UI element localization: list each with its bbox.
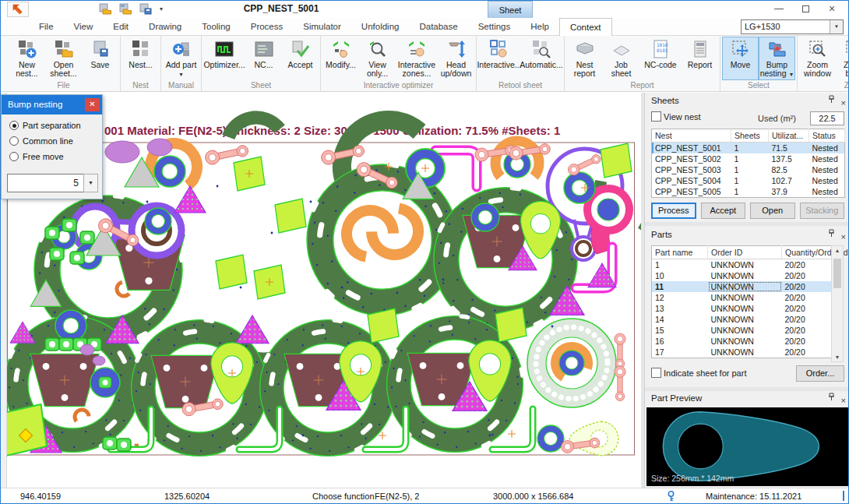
accept-button[interactable]: Accept [282,37,319,80]
report-button[interactable]: Report [682,37,718,80]
part-row[interactable]: 1UNKNOWN20/20 [652,259,833,271]
col-utilization[interactable]: Utilizat... [769,129,809,143]
view-nest-checkbox[interactable] [651,111,661,122]
col-quantity[interactable]: Quantity/Ordered [782,246,833,259]
tab-unfolding[interactable]: Unfolding [351,18,410,35]
sheets-table[interactable]: Nest Sheets Utilizat... Status CPP_NEST_… [651,129,845,198]
sheet-row[interactable]: CPP_NEST_5001171.5Nested [652,143,845,154]
col-status[interactable]: Status [809,129,845,143]
maximize-button[interactable] [792,1,819,18]
nc-code-button[interactable]: 10100101 NC-code [639,37,682,80]
open-nest-icon[interactable] [99,3,111,15]
head-updown-button[interactable]: Head up/down [438,37,474,80]
bump-nesting-button[interactable]: Bump nesting ▼ [759,37,795,80]
tab-database[interactable]: Database [409,18,467,35]
process-button[interactable]: Process [651,203,696,219]
part-row[interactable]: 14UNKNOWN20/20 [652,314,833,325]
tab-edit[interactable]: Edit [103,18,139,35]
col-order-id[interactable]: Order ID [708,246,782,259]
tab-view[interactable]: View [64,18,104,35]
retool-interactive-button[interactable]: Interactive... [478,37,520,80]
close-panel-icon[interactable]: × [841,393,846,408]
material-combo-arrow-icon[interactable]: ▼ [830,20,843,33]
parts-table[interactable]: Part name Order ID Quantity/Ordered 1UNK… [651,245,833,358]
sheet-row[interactable]: CPP_NEST_50041102.7Nested [652,175,845,186]
add-part-button[interactable]: Add part▼ [163,37,199,80]
sheet-row[interactable]: CPP_NEST_50021137.5Nested [652,153,845,164]
radio-part-separation[interactable] [9,121,19,130]
view-only-button[interactable]: View only... [359,37,396,80]
scroll-up-icon[interactable]: ▲ [832,248,843,253]
tab-drawing[interactable]: Drawing [139,18,192,35]
horizontal-splitter[interactable] [645,222,849,226]
radio-common-line[interactable] [9,136,19,146]
accept-sheets-button[interactable]: Accept [701,203,746,219]
indicate-sheet-checkbox[interactable] [651,368,661,378]
retool-automatic-button[interactable]: Automatic... [520,37,562,80]
tab-settings[interactable]: Settings [468,18,521,35]
modify-button[interactable]: Modify... [322,37,359,80]
tab-file[interactable]: File [29,18,64,35]
tab-tooling[interactable]: Tooling [192,18,240,35]
interactive-zones-button[interactable]: Interactive zones... [396,37,438,80]
app-logo-button[interactable] [7,2,29,17]
bump-step-input[interactable]: 5 [7,174,84,192]
tab-help[interactable]: Help [520,18,559,35]
option-common-line[interactable]: Common line [9,136,102,146]
order-button[interactable]: Order... [796,365,844,382]
part-row[interactable]: 16UNKNOWN20/20 [652,336,833,347]
option-free-move[interactable]: Free move [9,152,102,161]
part-preview-canvas[interactable]: Size: 256mm * 142mm [646,407,849,486]
close-button[interactable]: × [819,1,845,18]
zoom-back-button[interactable]: Zoom back [836,37,849,80]
sheet-row[interactable]: CPP_NEST_5003182.5Nested [652,164,845,175]
minimize-button[interactable]: — [766,1,792,18]
bump-dialog-titlebar[interactable]: Bump nesting ✕ [2,95,102,115]
nc-button[interactable]: NC... [245,37,282,80]
option-part-separation[interactable]: Part separation [9,121,102,130]
nest-button[interactable]: Nest... [122,37,159,80]
sheet-row[interactable]: CPP_NEST_5005137.9Nested [652,186,845,198]
part-row[interactable]: 12UNKNOWN20/20 [652,292,833,303]
bump-dialog-close-icon[interactable]: ✕ [85,98,100,111]
pin-icon[interactable] [828,95,835,104]
part-row[interactable]: 13UNKNOWN20/20 [652,303,833,314]
job-sheet-button[interactable]: Job sheet [603,37,639,80]
tab-context[interactable]: Context [559,18,612,37]
open-sheet-button[interactable]: Open sheet... [45,37,82,80]
part-row[interactable]: 10UNKNOWN20/20 [652,270,833,281]
close-panel-icon[interactable]: × [841,229,846,245]
part-row[interactable]: 15UNKNOWN20/20 [652,325,833,336]
move-button[interactable]: Move [722,37,759,80]
stacking-button[interactable]: Stacking [800,203,845,219]
tab-simulator[interactable]: Simulator [293,18,351,35]
license-key-icon[interactable] [667,491,675,502]
part-row[interactable]: 11UNKNOWN20/20 [652,281,833,292]
col-nest[interactable]: Nest [652,129,731,143]
pin-icon[interactable] [828,229,835,238]
context-ribbon-group-header[interactable]: Sheet [488,1,533,18]
save-quick-icon[interactable] [139,3,152,15]
scroll-thumb[interactable] [833,259,841,288]
col-part-name[interactable]: Part name [652,246,708,259]
nest-report-button[interactable]: Nest report [566,37,603,80]
bump-step-dropdown-icon[interactable]: ▼ [83,174,98,192]
view-nest-option[interactable]: View nest [651,111,701,122]
new-nest-button[interactable]: New nest... [9,37,45,80]
radio-free-move[interactable] [9,152,19,161]
material-combo[interactable]: LG+1530 ▼ [741,19,844,34]
qat-customize-caret[interactable]: ▾ [160,5,163,12]
open-button[interactable]: Open [750,203,795,219]
optimizer-button[interactable]: Optimizer... [203,37,245,80]
pin-icon[interactable] [828,393,835,401]
col-sheets[interactable]: Sheets [731,129,769,143]
indicate-sheet-option[interactable]: Indicate sheet for part [651,368,746,378]
parts-scrollbar[interactable]: ▲ ▼ [831,245,844,362]
save-button[interactable]: Save [82,37,118,80]
open-order-icon[interactable] [119,3,132,15]
zoom-window-button[interactable]: Zoom window [799,37,836,80]
tab-process[interactable]: Process [241,18,294,35]
scroll-down-icon[interactable]: ▼ [832,354,843,360]
close-panel-icon[interactable]: × [841,95,846,111]
part-row[interactable]: 17UNKNOWN20/20 [652,347,833,358]
